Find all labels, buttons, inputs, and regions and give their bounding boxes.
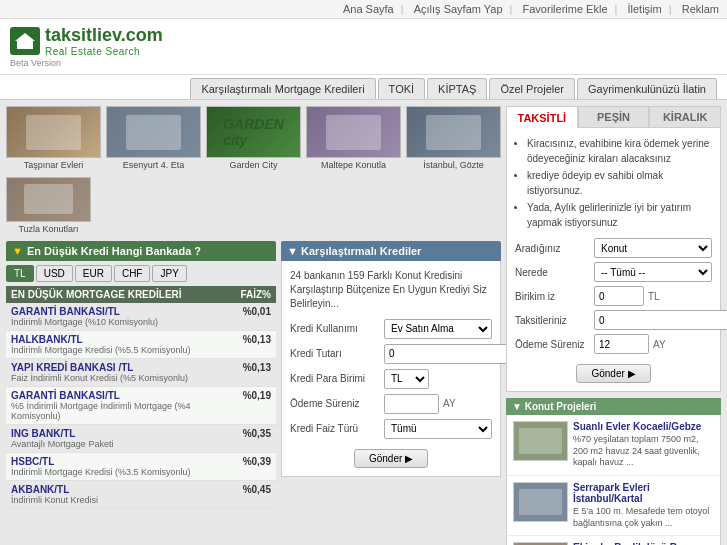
konut-text: Serrapark Evleri İstanbul/Kartal E 5'a 1… xyxy=(573,482,714,529)
tab-taksitli[interactable]: TAKSİTLİ xyxy=(506,106,578,128)
logo: taksitliev.com Real Estate Search xyxy=(10,25,163,57)
bank-section-title: ▼ En Düşük Kredi Hangi Bankada ? xyxy=(6,241,276,261)
aradiginiz-select[interactable]: Konut xyxy=(594,238,712,258)
birikim-label: Birikim iz xyxy=(515,291,590,302)
sure-input[interactable] xyxy=(594,334,649,354)
bank-name: YAPI KREDİ BANKASI /TL xyxy=(11,362,230,373)
kredi-para-label: Kredi Para Birimi xyxy=(290,373,380,384)
nav-gayrimenkul[interactable]: Gayrimenkulünüzü İlatin xyxy=(577,78,717,99)
kredi-kullanimi-select[interactable]: Ev Satın Alma xyxy=(384,319,492,339)
right-form: Aradığınız Konut Nerede -- Tümü -- Birik… xyxy=(515,238,712,383)
currency-chf[interactable]: CHF xyxy=(114,265,151,282)
bank-row: GARANTİ BANKASI/TL %5 İndirimli Mortgage… xyxy=(6,386,276,424)
nav-mortgage[interactable]: Karşılaştırmalı Mortgage Kredileri xyxy=(190,78,375,99)
currency-usd[interactable]: USD xyxy=(36,265,73,282)
bank-name: GARANTİ BANKASI/TL xyxy=(11,390,230,401)
nav-toki[interactable]: TOKİ xyxy=(378,78,425,99)
esenyurt-image xyxy=(106,106,201,158)
tab-kiralik[interactable]: KİRALIK xyxy=(649,106,721,128)
featured-esenyurt: Esenyurt 4. Eta xyxy=(106,106,201,171)
nav-kiptas[interactable]: KİPTAŞ xyxy=(427,78,487,99)
svg-rect-0 xyxy=(17,41,33,49)
taksit-input[interactable] xyxy=(594,310,727,330)
kredi-tutar-input[interactable] xyxy=(384,344,521,364)
currency-tabs: TL USD EUR CHF JPY xyxy=(6,265,276,282)
kredi-kullanimi-row: Kredi Kullanımı Ev Satın Alma xyxy=(290,319,492,339)
tuzla-label: Tuzla Konutları xyxy=(6,224,91,235)
koru-label: İstanbul, Gözte xyxy=(406,160,501,171)
bank-desc: İndirimli Mortgage (%10 Komisyonlu) xyxy=(11,317,230,327)
bank-rate: %0,19 xyxy=(235,386,276,424)
odeme-sure-input[interactable] xyxy=(384,394,439,414)
konut-text: Suanlı Evler Kocaeli/Gebze %70 yeşilatan… xyxy=(573,421,714,469)
site-header: taksitliev.com Real Estate Search Beta V… xyxy=(0,19,727,75)
logo-sub: Real Estate Search xyxy=(45,46,163,57)
birikim-row: Birikim iz TL xyxy=(515,286,712,306)
konut-projeleri: ▼ Konut Projeleri Suanlı Evler Kocaeli/G… xyxy=(506,398,721,545)
kredi-faiz-row: Kredi Faiz Türü Tümü xyxy=(290,419,492,439)
nerede-label: Nerede xyxy=(515,267,590,278)
currency-jpy[interactable]: JPY xyxy=(152,265,186,282)
currency-eur[interactable]: EUR xyxy=(75,265,112,282)
konut-list: Suanlı Evler Kocaeli/Gebze %70 yeşilatan… xyxy=(506,415,721,545)
nav-reklam[interactable]: Reklam xyxy=(682,3,719,15)
karsilastir-title-text: ▼ Karşılaştırmalı Krediler xyxy=(287,245,421,257)
karsilastir-submit[interactable]: Gönder ▶ xyxy=(354,449,428,468)
nav-ozel[interactable]: Özel Projeler xyxy=(489,78,575,99)
nav-anasayfa[interactable]: Ana Sayfa xyxy=(343,3,394,15)
konut-item: Serrapark Evleri İstanbul/Kartal E 5'a 1… xyxy=(507,476,720,536)
bank-desc: İndirimli Mortgage Kredisi (%3.5 Komisyo… xyxy=(11,467,230,477)
nav-favoriler[interactable]: Favorilerime Ekle xyxy=(523,3,608,15)
esenyurt-label: Esenyurt 4. Eta xyxy=(106,160,201,171)
bank-name: HALKBANK/TL xyxy=(11,334,230,345)
taspinar-image xyxy=(6,106,101,158)
odeme-sure-row: Ödeme Süreniz AY xyxy=(290,394,492,414)
bank-rate: %0,39 xyxy=(235,452,276,480)
kredi-faiz-select[interactable]: Tümü xyxy=(384,419,492,439)
right-submit[interactable]: Gönder ▶ xyxy=(576,364,650,383)
kredi-para-select[interactable]: TL xyxy=(384,369,429,389)
konut-name[interactable]: Suanlı Evler Kocaeli/Gebze xyxy=(573,421,714,432)
bank-row: ING BANK/TL Avantajlı Mortgage Paketi %0… xyxy=(6,424,276,452)
bank-desc: İndirimli Konut Kredisi xyxy=(11,495,230,505)
bank-name: GARANTİ BANKASI/TL xyxy=(11,306,230,317)
bank-name: ING BANK/TL xyxy=(11,428,230,439)
featured-maltepe: Maltepe Konutla xyxy=(306,106,401,171)
info-box: Kiracısınız, evahibine kira ödemek yerin… xyxy=(515,136,712,230)
konut-item: Suanlı Evler Kocaeli/Gebze %70 yeşilatan… xyxy=(507,415,720,476)
logo-text: taksitliev.com xyxy=(45,25,163,46)
bank-table: EN DÜŞÜK MORTGAGE KREDİLERİ FAİZ% GARANT… xyxy=(6,286,276,509)
bank-row: HSBC/TL İndirimli Mortgage Kredisi (%3.5… xyxy=(6,452,276,480)
konut-img xyxy=(513,421,568,461)
konut-img xyxy=(513,482,568,522)
tl-label: TL xyxy=(648,291,660,302)
konut-title: ▼ Konut Projeleri xyxy=(506,398,721,415)
right-tab-content: Kiracısınız, evahibine kira ödemek yerin… xyxy=(506,128,721,392)
bank-title-bullet: ▼ xyxy=(12,245,23,257)
maltepe-label: Maltepe Konutla xyxy=(306,160,401,171)
bank-rate: %0,35 xyxy=(235,424,276,452)
nav-iletisim[interactable]: İletişim xyxy=(627,3,661,15)
currency-tl[interactable]: TL xyxy=(6,265,34,282)
maltepe-image xyxy=(306,106,401,158)
taksit-row: Taksitleriniz xyxy=(515,310,712,330)
konut-desc: E 5'a 100 m. Mesafede tem otoyol bağlant… xyxy=(573,506,714,529)
garden-image: GARDENcity xyxy=(206,106,301,158)
taksit-label: Taksitleriniz xyxy=(515,315,590,326)
info-point-2: krediye ödeyip ev sahibi olmak istiyorsu… xyxy=(527,168,712,198)
info-point-3: Yada, Aylık gelirlerinizle iyi bir yatır… xyxy=(527,200,712,230)
birikim-input[interactable] xyxy=(594,286,644,306)
bank-panel: ▼ En Düşük Kredi Hangi Bankada ? TL USD … xyxy=(6,241,276,509)
taspinar-label: Taşpınar Evleri xyxy=(6,160,101,171)
konut-name[interactable]: Serrapark Evleri İstanbul/Kartal xyxy=(573,482,714,504)
bank-title-text: En Düşük Kredi Hangi Bankada ? xyxy=(27,245,201,257)
bank-row: GARANTİ BANKASI/TL İndirimli Mortgage (%… xyxy=(6,303,276,331)
tab-pesin[interactable]: PEŞİN xyxy=(578,106,650,128)
beta-label: Beta Version xyxy=(10,58,163,68)
nerede-select[interactable]: -- Tümü -- xyxy=(594,262,712,282)
nav-acilis[interactable]: Açılış Sayfam Yap xyxy=(414,3,503,15)
right-panel: TAKSİTLİ PEŞİN KİRALIK Kiracısınız, evah… xyxy=(506,106,721,545)
bank-row: YAPI KREDİ BANKASI /TL Faiz İndirimli Ko… xyxy=(6,358,276,386)
tuzla-property: Tuzla Konutları xyxy=(6,177,91,235)
kredi-kullanimi-label: Kredi Kullanımı xyxy=(290,323,380,334)
